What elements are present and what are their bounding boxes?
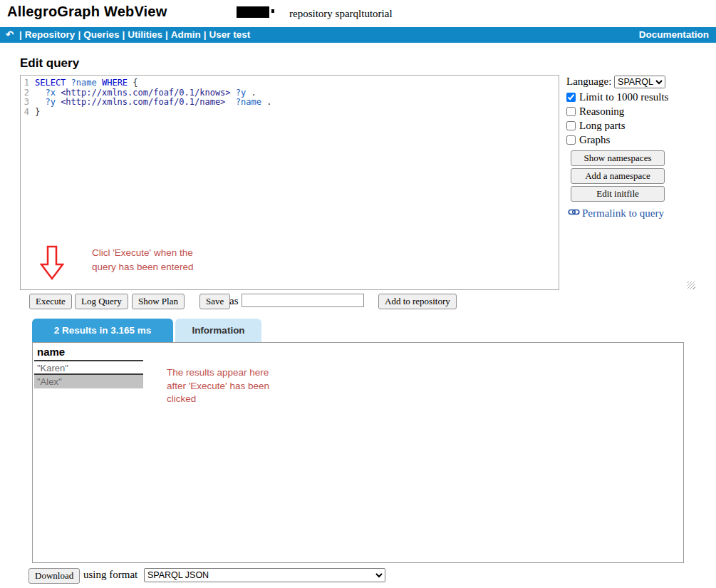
nav-item-user-test[interactable]: User test [209, 29, 251, 40]
results-column-header: name [34, 344, 143, 361]
down-arrow-icon [40, 245, 64, 284]
language-select[interactable]: SPARQL [614, 76, 665, 88]
line-number: 3 [21, 98, 29, 108]
show-plan-button[interactable]: Show Plan [132, 294, 185, 309]
allegrograph-webview-page: AllegroGraph WebView repository sparqltu… [0, 0, 716, 588]
nav-item-documentation[interactable]: Documentation [639, 27, 709, 43]
page-title: Edit query [20, 56, 79, 71]
save-name-input[interactable] [242, 294, 364, 307]
show-namespaces-button[interactable]: Show namespaces [571, 150, 665, 166]
checkbox-row-reasoning[interactable]: Reasoning [566, 105, 712, 118]
line-number: 2 [21, 88, 29, 98]
line-number: 1 [21, 78, 29, 88]
nav-separator: | [78, 29, 81, 40]
result-row: "Alex" [34, 375, 143, 388]
code-line: } [35, 108, 559, 118]
checkbox-label: Reasoning [579, 105, 624, 117]
line-number: 4 [21, 108, 29, 118]
results-annotation: The results appear here after 'Execute' … [167, 366, 269, 406]
app-title: AllegroGraph WebView [7, 4, 167, 20]
results-panel: name "Karen""Alex" The results appear he… [32, 342, 684, 563]
repository-label: repository sparqltutorial [289, 8, 393, 20]
annotation-line: query has been entered [92, 260, 194, 274]
result-row: "Karen" [34, 361, 143, 375]
permalink-label[interactable]: Permalink to query [582, 207, 664, 220]
add-to-repository-button[interactable]: Add to repository [378, 294, 457, 309]
annotation-line: Clicl 'Execute' when the [92, 246, 194, 260]
editor-annotation: Clicl 'Execute' when the query has been … [92, 246, 194, 274]
redacted-mark [271, 9, 274, 13]
query-options-panel: Language: SPARQL Limit to 1000 resultsRe… [566, 76, 712, 220]
annotation-line: clicked [167, 393, 269, 406]
back-arrow-icon[interactable]: ↶ [6, 29, 14, 40]
editor-resize-handle[interactable] [688, 282, 695, 289]
execute-button[interactable]: Execute [29, 294, 72, 309]
checkbox-label: Limit to 1000 results [579, 91, 668, 103]
namespace-buttons: Show namespacesAdd a namespaceEdit initf… [571, 150, 712, 202]
nav-separator: | [165, 29, 168, 40]
nav-bar: ↶ |Repository|Queries|Utilities|Admin|Us… [0, 27, 716, 43]
nav-item-repository[interactable]: Repository [25, 29, 76, 40]
header: AllegroGraph WebView repository sparqltu… [0, 0, 716, 27]
nav-item-admin[interactable]: Admin [171, 29, 201, 40]
checkbox-graphs[interactable] [566, 135, 576, 145]
code-line: ?y <http://xmlns.com/foaf/0.1/name> ?nam… [35, 98, 559, 108]
nav-item-utilities[interactable]: Utilities [128, 29, 162, 40]
code-line: ?x <http://xmlns.com/foaf/0.1/knows> ?y … [35, 88, 559, 98]
language-row: Language: SPARQL [566, 76, 712, 88]
save-button[interactable]: Save [199, 294, 230, 309]
checkbox-label: Long parts [579, 120, 626, 131]
log-query-button[interactable]: Log Query [75, 294, 128, 309]
nav-separator: | [204, 29, 207, 40]
checkbox-limit-to-1000-results[interactable] [566, 93, 576, 102]
tab-information[interactable]: Information [175, 319, 261, 342]
language-label: Language: [566, 76, 611, 87]
editor-gutter: 1234 [21, 76, 32, 289]
checkbox-row-graphs[interactable]: Graphs [566, 134, 712, 146]
nav-separator: | [122, 29, 125, 40]
code-line: SELECT ?name WHERE { [35, 78, 559, 88]
checkbox-long-parts[interactable] [566, 121, 576, 130]
format-select[interactable]: SPARQL JSON [144, 568, 385, 582]
download-button[interactable]: Download [28, 568, 80, 584]
annotation-line: after 'Execute' has been [167, 380, 269, 393]
checkbox-label: Graphs [579, 134, 610, 145]
permalink-link[interactable]: Permalink to query [568, 207, 712, 220]
tab-results[interactable]: 2 Results in 3.165 ms [32, 319, 173, 342]
add-a-namespace-button[interactable]: Add a namespace [571, 168, 665, 184]
checkbox-row-long-parts[interactable]: Long parts [566, 120, 712, 132]
using-format-label: using format [83, 569, 138, 581]
edit-initfile-button[interactable]: Edit initfile [571, 186, 665, 202]
nav-separator: | [19, 29, 22, 40]
results-rows: "Karen""Alex" [34, 361, 143, 388]
nav-items: ↶ |Repository|Queries|Utilities|Admin|Us… [6, 27, 250, 43]
checkbox-reasoning[interactable] [566, 107, 576, 116]
checkbox-row-limit-to-1000-results[interactable]: Limit to 1000 results [566, 91, 712, 103]
option-checkboxes: Limit to 1000 resultsReasoningLong parts… [566, 91, 712, 146]
redacted-block [237, 6, 269, 18]
chain-link-icon [568, 207, 580, 220]
results-column: name "Karen""Alex" [34, 344, 143, 388]
nav-item-queries[interactable]: Queries [83, 29, 119, 40]
save-as-label: as [229, 295, 239, 307]
annotation-line: The results appear here [167, 366, 269, 380]
